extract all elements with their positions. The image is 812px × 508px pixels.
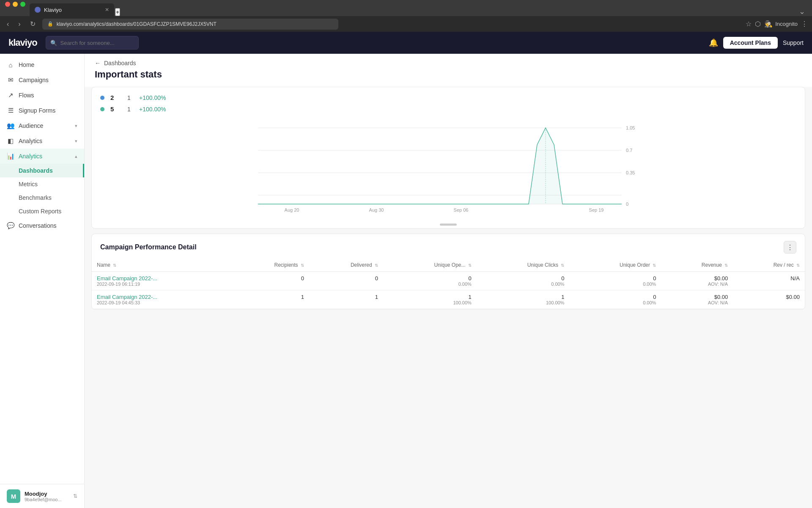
extensions-button[interactable]: ⬡ <box>755 20 761 28</box>
recipients-val: 0 <box>236 275 304 282</box>
sort-icon[interactable]: ⇅ <box>301 263 304 268</box>
col-unique-clicks: Unique Clicks ⇅ <box>477 259 570 272</box>
sidebar: ⌂ Home ✉ Campaigns ↗ Flows ☰ Signup Form… <box>0 54 85 508</box>
reload-button[interactable]: ↻ <box>27 19 38 29</box>
unique-clicks-pct: 0.00% <box>482 282 565 287</box>
svg-text:1.05: 1.05 <box>626 125 635 130</box>
campaigns-icon: ✉ <box>7 76 14 84</box>
unique-orders-pct: 0.00% <box>574 300 656 305</box>
col-name: Name ⇅ <box>92 259 230 272</box>
unique-opens-val: 1 <box>388 294 472 300</box>
sidebar-item-label: Campaigns <box>19 77 49 83</box>
sidebar-item-signup-forms[interactable]: ☰ Signup Forms <box>0 103 84 118</box>
url-input[interactable]: 🔒 klaviyo.com/analytics/dashboards/01GDA… <box>42 19 338 30</box>
support-button[interactable]: Support <box>783 39 804 46</box>
bookmark-button[interactable]: ☆ <box>746 20 752 28</box>
chevron-down-icon: ▾ <box>75 123 77 129</box>
cell-unique-clicks: 1 100.00% <box>477 290 570 309</box>
back-arrow-icon[interactable]: ← <box>95 60 101 66</box>
campaign-name-link[interactable]: Email Campaign 2022-... <box>97 294 157 300</box>
legend-row-1: 2 1 +100.00% <box>100 94 796 101</box>
recipients-val: 1 <box>236 294 304 300</box>
sidebar-item-campaigns[interactable]: ✉ Campaigns <box>0 72 84 88</box>
user-name: Moodjoy <box>25 491 62 497</box>
svg-text:0.7: 0.7 <box>626 148 632 153</box>
forward-button[interactable]: › <box>16 19 23 29</box>
sidebar-item-label: Audience <box>19 122 43 129</box>
delivered-val: 1 <box>314 294 378 300</box>
sidebar-sub-item-custom-reports[interactable]: Custom Reports <box>0 204 84 218</box>
sort-icon[interactable]: ⇅ <box>724 263 728 268</box>
minimize-window-dot[interactable] <box>13 2 18 7</box>
user-profile[interactable]: M Moodjoy 9ba4e9ef@moo... ⇅ <box>0 484 84 508</box>
unique-opens-pct: 100.00% <box>388 300 472 305</box>
section-title: Campaign Performance Detail <box>100 243 197 251</box>
incognito-button[interactable]: 🕵 Incognito <box>764 20 798 28</box>
legend-dot-1 <box>100 96 104 100</box>
content-area: ← Dashboards Important stats 2 <box>85 54 812 508</box>
sort-icon[interactable]: ⇅ <box>113 263 116 268</box>
cell-recipients: 1 <box>230 290 309 309</box>
legend-pct-2: +100.00% <box>139 106 173 113</box>
close-window-dot[interactable] <box>5 2 10 7</box>
sidebar-item-analytics[interactable]: 📊 Analytics ▴ <box>0 149 84 164</box>
sort-icon[interactable]: ⇅ <box>796 263 800 268</box>
campaign-table: Name ⇅ Recipients ⇅ Delivered ⇅ <box>92 259 805 309</box>
more-options-button[interactable]: ⋮ <box>784 241 796 254</box>
tab-close-button[interactable]: ✕ <box>105 7 109 13</box>
klaviyo-logo: klaviyo <box>8 37 37 48</box>
tab-list-button[interactable]: ⌄ <box>796 7 809 16</box>
sidebar-item-flows[interactable]: ↗ Flows <box>0 88 84 103</box>
user-email: 9ba4e9ef@moo... <box>25 497 62 502</box>
back-button[interactable]: ‹ <box>4 19 11 29</box>
cell-unique-clicks: 0 0.00% <box>477 272 570 290</box>
svg-text:0: 0 <box>626 202 628 207</box>
sidebar-item-home[interactable]: ⌂ Home <box>0 57 84 72</box>
sidebar-item-conversations[interactable]: 💬 Conversations <box>0 218 84 233</box>
col-delivered: Delivered ⇅ <box>309 259 383 272</box>
notifications-button[interactable]: 🔔 <box>709 38 718 47</box>
avatar: M <box>7 489 20 503</box>
search-input[interactable] <box>60 40 128 46</box>
signup-forms-icon: ☰ <box>7 107 14 114</box>
active-tab[interactable]: Klaviyo ✕ <box>30 3 114 16</box>
sort-icon[interactable]: ⇅ <box>375 263 378 268</box>
menu-button[interactable]: ⋮ <box>801 20 808 28</box>
page-title: Important stats <box>95 69 802 80</box>
sort-icon[interactable]: ⇅ <box>653 263 656 268</box>
aov-val: AOV: N/A <box>666 282 728 287</box>
cell-recipients: 0 <box>230 272 309 290</box>
sidebar-sub-item-metrics[interactable]: Metrics <box>0 177 84 191</box>
sidebar-item-content[interactable]: ◧ Analytics ▾ <box>0 133 84 149</box>
new-tab-button[interactable]: + <box>115 8 120 16</box>
conversations-icon: 💬 <box>7 222 14 229</box>
sidebar-item-label: Analytics <box>19 153 42 160</box>
chart-area: 2 1 +100.00% 5 1 +100.00% <box>92 87 805 221</box>
maximize-window-dot[interactable] <box>20 2 25 7</box>
sidebar-sub-item-dashboards[interactable]: Dashboards <box>0 164 84 177</box>
sidebar-sub-label: Metrics <box>19 181 38 188</box>
sidebar-item-audience[interactable]: 👥 Audience ▾ <box>0 118 84 133</box>
search-box[interactable]: 🔍 <box>46 36 139 50</box>
cell-rev-rec: $0.00 <box>733 290 805 309</box>
cell-unique-orders: 0 0.00% <box>569 290 661 309</box>
chevron-down-icon: ▾ <box>75 138 77 144</box>
table-row: Email Campaign 2022-... 2022-09-19 04:45… <box>92 290 805 309</box>
breadcrumb-link[interactable]: Dashboards <box>104 60 136 66</box>
table-body: Email Campaign 2022-... 2022-09-19 06:11… <box>92 272 805 309</box>
svg-marker-9 <box>258 128 622 204</box>
campaign-name-link[interactable]: Email Campaign 2022-... <box>97 275 157 282</box>
cell-revenue: $0.00 AOV: N/A <box>661 272 733 290</box>
account-plans-button[interactable]: Account Plans <box>723 37 778 49</box>
sort-icon[interactable]: ⇅ <box>468 263 472 268</box>
chart-svg: 1.05 0.7 0.35 0 <box>100 119 796 213</box>
avatar-initials: M <box>11 493 16 500</box>
cell-rev-rec: N/A <box>733 272 805 290</box>
browser-chrome: Klaviyo ✕ + ⌄ ‹ › ↻ 🔒 klaviyo.com/analyt… <box>0 0 812 32</box>
incognito-label: Incognito <box>775 21 798 27</box>
flows-icon: ↗ <box>7 91 14 99</box>
sort-icon[interactable]: ⇅ <box>561 263 564 268</box>
sidebar-sub-item-benchmarks[interactable]: Benchmarks <box>0 191 84 204</box>
col-unique-opens: Unique Ope... ⇅ <box>383 259 477 272</box>
tab-bar-right: ⌄ <box>796 7 809 16</box>
